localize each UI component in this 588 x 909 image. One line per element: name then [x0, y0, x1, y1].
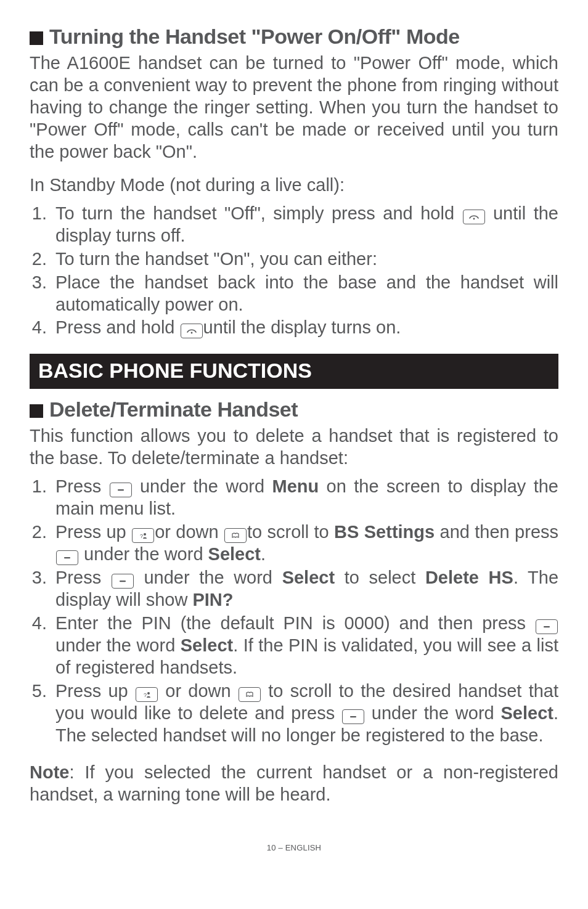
svg-rect-6: [120, 581, 126, 582]
power-paragraph: The A1600E handset can be turned to "Pow…: [30, 52, 558, 163]
up-contacts-icon: ?: [136, 687, 158, 702]
text-bold: Menu: [272, 476, 319, 496]
svg-point-4: [144, 533, 146, 536]
list-item: Press under the word Menu on the screen …: [52, 476, 558, 520]
hangup-icon: [181, 324, 203, 338]
text-bold: Select: [208, 544, 261, 564]
svg-rect-7: [544, 626, 550, 627]
section-heading-power: Turning the Handset "Power On/Off" Mode: [30, 25, 558, 49]
list-item: To turn the handset "Off", simply press …: [52, 203, 558, 247]
list-item: Enter the PIN (the default PIN is 0000) …: [52, 613, 558, 679]
delete-steps-list: Press under the word Menu on the screen …: [30, 476, 558, 746]
text: Press up: [55, 681, 135, 701]
text-bold: Select: [181, 635, 233, 655]
text: until the display turns on.: [203, 317, 401, 337]
note-label: Note: [30, 762, 69, 782]
heading-bullet-icon: [30, 31, 43, 45]
text: Press: [55, 568, 111, 587]
svg-point-0: [473, 218, 475, 219]
list-item: Press up ? or down to scroll to the desi…: [52, 680, 558, 747]
down-book-icon: [239, 687, 261, 702]
softkey-minus-icon: [536, 619, 558, 634]
text-bold: Delete HS: [425, 568, 513, 587]
list-item: Press up ?or down to scroll to BS Settin…: [52, 521, 558, 566]
text: to scroll to: [247, 522, 334, 542]
svg-rect-10: [350, 716, 356, 717]
heading-bullet-icon: [30, 404, 43, 418]
text: to select: [335, 568, 425, 587]
text: under the word: [134, 568, 282, 587]
softkey-minus-icon: [112, 574, 134, 589]
text: Enter the PIN (the default PIN is 0000) …: [55, 613, 535, 633]
up-contacts-icon: ?: [132, 528, 154, 543]
text: Press and hold: [55, 317, 180, 337]
text-bold: Select: [282, 568, 335, 587]
section-bar-basic-functions: BASIC PHONE FUNCTIONS: [30, 354, 558, 389]
text: under the word: [133, 476, 272, 496]
text: or down: [155, 522, 224, 542]
text: and then press: [435, 522, 558, 542]
delete-paragraph: This function allows you to delete a han…: [30, 425, 558, 470]
text: under the word: [79, 544, 208, 564]
standby-line: In Standby Mode (not during a live call)…: [30, 174, 558, 197]
text: Press up: [55, 522, 131, 542]
softkey-minus-icon: [56, 550, 78, 565]
list-item: Press and hold until the display turns o…: [52, 317, 558, 339]
text: under the word: [55, 635, 181, 655]
text-bold: PIN?: [192, 590, 233, 609]
hangup-icon: [463, 210, 485, 224]
section-heading-delete: Delete/Terminate Handset: [30, 397, 558, 422]
svg-point-1: [190, 332, 192, 334]
down-book-icon: [224, 528, 247, 543]
softkey-minus-icon: [110, 483, 132, 497]
text: under the word: [365, 703, 500, 723]
text: .: [261, 544, 266, 564]
svg-rect-2: [118, 489, 124, 491]
page-footer: 10 – ENGLISH: [30, 843, 558, 852]
text-bold: Select: [500, 703, 553, 723]
list-item: To turn the handset "On", you can either…: [52, 248, 558, 271]
list-item: Press under the word Select to select De…: [52, 567, 558, 611]
softkey-minus-icon: [342, 709, 364, 724]
note-body: : If you selected the current handset or…: [30, 762, 558, 804]
heading-delete: Delete/Terminate Handset: [49, 397, 298, 422]
svg-text:?: ?: [140, 533, 143, 539]
text-bold: BS Settings: [334, 522, 435, 542]
svg-rect-5: [64, 557, 70, 558]
text: or down: [158, 681, 238, 701]
svg-point-9: [147, 692, 150, 695]
heading-power: Turning the Handset "Power On/Off" Mode: [49, 25, 460, 49]
list-item: Place the handset back into the base and…: [52, 272, 558, 316]
note-paragraph: Note: If you selected the current handse…: [30, 762, 558, 806]
power-steps-list: To turn the handset "Off", simply press …: [30, 203, 558, 340]
text: Press: [55, 476, 109, 496]
text: To turn the handset "Off", simply press …: [55, 203, 462, 223]
svg-text:?: ?: [144, 692, 147, 698]
